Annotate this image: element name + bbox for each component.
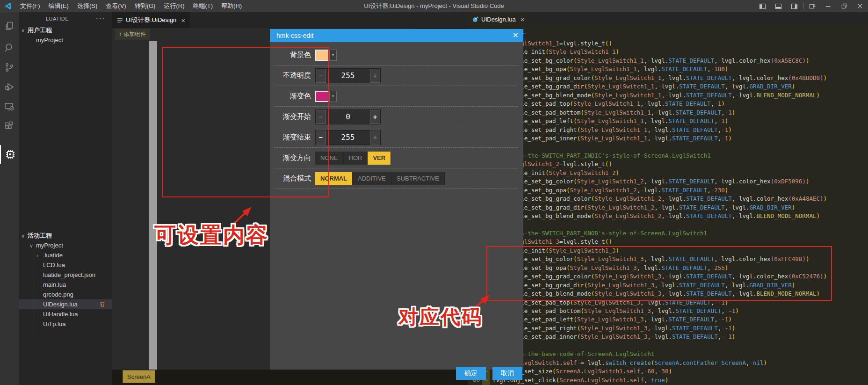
increment-button[interactable]: + <box>370 131 380 145</box>
dialog-row-5: 渐变方向NONEHORVER <box>275 148 518 168</box>
chevron-down-icon: ∨ <box>21 26 28 36</box>
dialog-row-0: 背景色▾ <box>275 45 518 65</box>
increment-button[interactable]: + <box>370 69 380 83</box>
code-line-57: 57→lvgl.style_set_bg_color(Style_LvglSwi… <box>468 177 868 186</box>
window-controls <box>754 0 868 12</box>
color-swatch[interactable] <box>315 91 329 102</box>
menu-h[interactable]: 帮助(H) <box>217 0 246 12</box>
run-debug-icon[interactable] <box>0 78 19 96</box>
code-line-41: 41→Style_LvglSwitch1_1=lvgl.style_t() <box>468 39 868 48</box>
tree-item-main.lua[interactable]: main.lua <box>19 280 112 290</box>
code-line-78: 78→ScreenA.LvglSwitch1.self·=·lvgl.switc… <box>468 359 868 368</box>
layout-panel-bottom-icon[interactable] <box>770 0 786 12</box>
designer-canvas-edge <box>149 41 157 370</box>
code-line-46: 46→lvgl.style_set_bg_grad_dir(Style_Lvgl… <box>468 82 868 91</box>
menu-t[interactable]: 终端(T) <box>188 0 217 12</box>
lua-file-icon <box>472 16 478 22</box>
minimize-icon[interactable] <box>820 0 836 12</box>
tree-indent-guide <box>34 250 34 341</box>
remote-monitor-icon[interactable] <box>0 97 19 116</box>
menu-s[interactable]: 选择(S) <box>73 0 101 12</box>
close-tab-icon[interactable]: × <box>181 16 185 24</box>
code-line-77: 77→--This·is·the·base·code·of·ScreenA.Lv… <box>468 350 868 359</box>
code-line-63: 63→--This·is·the·SWITCH_PART_KNOB's·styl… <box>468 229 868 238</box>
decrement-button[interactable]: − <box>316 110 326 124</box>
option-additive[interactable]: ADDITIVE <box>353 172 391 185</box>
layout-sidebar-left-icon[interactable] <box>754 0 770 12</box>
tree-item-myproject[interactable]: myProject <box>19 35 112 45</box>
option-ver[interactable]: VER <box>368 152 391 165</box>
code-line-47: 47→lvgl.style_set_bg_blend_mode(Style_Lv… <box>468 91 868 100</box>
code-line-50: 50→lvgl.style_set_pad_left(Style_LvglSwi… <box>468 117 868 126</box>
tree-item-.luatide[interactable]: ›.luatide <box>19 250 112 260</box>
code-line-73: 73→lvgl.style_set_pad_left(Style_LvglSwi… <box>468 315 868 324</box>
menu-f[interactable]: 文件(F) <box>16 0 44 12</box>
cancel-button[interactable]: 取消 <box>492 367 522 380</box>
dialog-footer: 确定 取消 <box>270 367 523 383</box>
tree-item-uitp.lua[interactable]: UiTp.lua <box>19 319 112 329</box>
menu-g[interactable]: 转到(G) <box>130 0 160 12</box>
code-line-45: 45→lvgl.style_set_bg_grad_color(Style_Lv… <box>468 74 868 83</box>
add-component-button[interactable]: + 添加组件 <box>115 29 150 40</box>
luatide-chip-icon[interactable] <box>0 145 20 164</box>
tab-ui-designer[interactable]: UI设计器:UiDesign × <box>112 12 190 28</box>
option-hor[interactable]: HOR <box>344 152 368 165</box>
tab-uidesign-lua[interactable]: UiDesign.lua × <box>468 12 529 26</box>
close-tab-icon[interactable]: × <box>521 15 525 23</box>
decrement-button[interactable]: − <box>316 131 326 145</box>
tree-item-uidesign.lua[interactable]: UiDesign.lua <box>19 299 112 309</box>
sidebar-more-actions-icon[interactable]: ··· <box>96 14 105 22</box>
option-normal[interactable]: NORMAL <box>315 172 353 185</box>
decrement-button[interactable]: − <box>316 69 326 83</box>
code-line-43: 43→lvgl.style_set_bg_color(Style_LvglSwi… <box>468 57 868 65</box>
code-line-72: 72→lvgl.style_set_pad_bottom(Style_LvglS… <box>468 307 868 316</box>
color-dropdown-icon[interactable]: ▾ <box>329 50 337 61</box>
close-dialog-icon[interactable]: ✕ <box>513 29 519 42</box>
code-line-70: 70→lvgl.style_set_bg_blend_mode(Style_Lv… <box>468 290 868 298</box>
code-line-68: 68→lvgl.style_set_bg_grad_color(Style_Lv… <box>468 272 868 281</box>
screen-tab[interactable]: ScreenA <box>123 370 155 383</box>
tree-item-lcd.lua[interactable]: LCD.lua <box>19 260 112 270</box>
dialog-row-2: 渐变色▾ <box>275 86 518 107</box>
delete-file-icon[interactable] <box>99 301 106 307</box>
menu-bar: 文件(F)编辑(E)选择(S)查看(V)转到(G)运行(R)终端(T)帮助(H) <box>16 0 246 12</box>
tree-item-uihandle.lua[interactable]: UiHandle.lua <box>19 309 112 319</box>
field-label: 渐变开始 <box>275 112 311 121</box>
tree-item-qrcode.png[interactable]: qrcode.png <box>19 290 112 299</box>
source-control-icon[interactable] <box>0 58 19 77</box>
ok-button[interactable]: 确定 <box>456 367 486 380</box>
color-swatch[interactable] <box>315 50 329 61</box>
section-active-project[interactable]: ∨活动工程 <box>19 231 112 240</box>
preview-icon <box>117 17 123 23</box>
code-area[interactable]: 41→Style_LvglSwitch1_1=lvgl.style_t()42→… <box>468 37 868 385</box>
dialog-header[interactable]: hmk-css-edit ✕ <box>270 29 523 42</box>
code-line-60: 60→lvgl.style_set_bg_grad_dir(Style_Lvgl… <box>468 203 868 212</box>
increment-button[interactable]: + <box>370 110 380 124</box>
menu-v[interactable]: 查看(V) <box>101 0 130 12</box>
dialog-title: hmk-css-edit <box>276 29 313 42</box>
menu-r[interactable]: 运行(R) <box>159 0 188 12</box>
dialog-row-3: 渐变开始−0+ <box>275 107 518 127</box>
extensions-icon[interactable] <box>0 117 19 136</box>
search-icon[interactable] <box>0 38 19 57</box>
code-line-67: 67→lvgl.style_set_bg_opa(Style_LvglSwitc… <box>468 264 868 273</box>
option-subtractive[interactable]: SUBTRACTIVE <box>391 172 445 185</box>
code-line-64: 64→Style_LvglSwitch1_3=lvgl.style_t() <box>468 238 868 247</box>
customize-layout-icon[interactable] <box>804 0 820 12</box>
files-icon[interactable] <box>0 17 19 36</box>
restore-icon[interactable] <box>836 0 852 12</box>
ui-designer-pane: UI设计器:UiDesign × + 添加组件 lSwitch1 属性 事件 控… <box>112 12 468 385</box>
breadcrumb[interactable]: UiDesign.lua > ... <box>468 26 868 37</box>
color-dropdown-icon[interactable]: ▾ <box>329 91 337 102</box>
section-user-project[interactable]: ∨用户工程 <box>19 25 112 35</box>
option-none[interactable]: NONE <box>315 152 344 165</box>
field-label: 渐变方向 <box>275 153 311 162</box>
tree-item-myproject[interactable]: ∨myProject <box>19 240 112 250</box>
activity-bar <box>0 12 19 385</box>
close-window-icon[interactable] <box>852 0 868 12</box>
layout-sidebar-right-icon[interactable] <box>786 0 802 12</box>
dialog-row-1: 不透明度−255+ <box>275 65 518 86</box>
menu-e[interactable]: 编辑(E) <box>44 0 73 12</box>
title-bar: UI设计器:UiDesign - myProject - Visual Stud… <box>0 0 868 12</box>
tree-item-luatide_project.json[interactable]: luatide_project.json <box>19 270 112 280</box>
